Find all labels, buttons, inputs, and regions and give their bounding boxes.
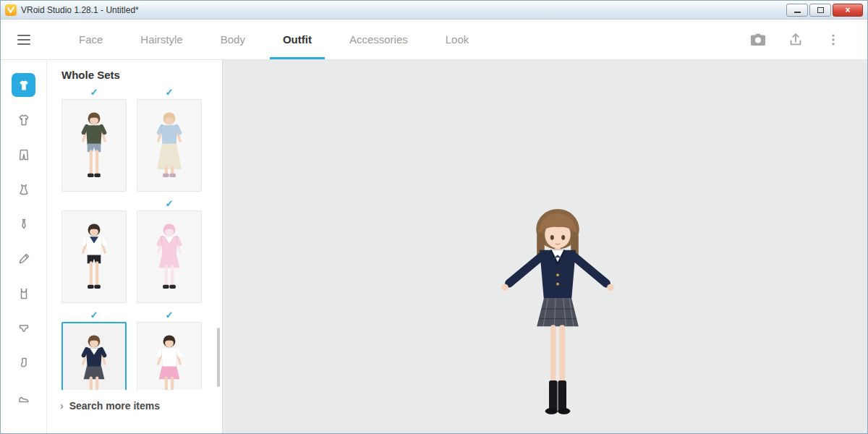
checked-indicator: ✓: [137, 310, 202, 322]
outfit-figure: [142, 105, 197, 186]
window-title: VRoid Studio 1.28.1 - Untitled*: [21, 5, 782, 15]
sidebar-item-texture-paint[interactable]: [12, 247, 35, 271]
outfit-figure: [67, 216, 122, 297]
outfit-item-5[interactable]: [137, 322, 202, 390]
nav-actions: [749, 20, 867, 59]
outfit-figure: [67, 328, 122, 390]
sidebar-item-shoes[interactable]: [12, 386, 35, 409]
camera-icon[interactable]: [749, 30, 767, 49]
item-panel: Whole Sets ✓ ✓: [47, 60, 223, 433]
outfit-item-4[interactable]: [61, 322, 127, 390]
item-list-scroll-area[interactable]: Whole Sets ✓ ✓: [47, 60, 222, 390]
kebab-menu-icon[interactable]: [824, 30, 843, 49]
sidebar-item-bottoms[interactable]: [12, 142, 35, 166]
search-more-items[interactable]: › Search more items: [47, 390, 222, 433]
character-model: [488, 205, 627, 424]
outfit-cell: ✓: [137, 88, 202, 192]
outfit-figure: [142, 216, 197, 297]
tab-outfit[interactable]: Outfit: [264, 20, 331, 59]
search-more-label: Search more items: [69, 400, 160, 412]
sidebar-item-neckwear[interactable]: [12, 212, 35, 236]
minimize-button[interactable]: [786, 4, 808, 17]
app-window: VRoid Studio 1.28.1 - Untitled* × Face H…: [0, 0, 868, 434]
export-icon[interactable]: [786, 30, 805, 49]
panel-title: Whole Sets: [61, 69, 222, 82]
outfit-cell: ✓: [137, 310, 202, 390]
outfit-grid: ✓ ✓: [61, 88, 222, 390]
sidebar-item-whole-sets[interactable]: [12, 73, 35, 97]
checked-indicator: ✓: [61, 88, 127, 99]
tab-body[interactable]: Body: [202, 20, 264, 59]
close-button[interactable]: ×: [833, 4, 863, 17]
top-navbar: Face Hairstyle Body Outfit Accessories L…: [1, 20, 867, 60]
outfit-item-3[interactable]: [137, 210, 202, 303]
outfit-item-2[interactable]: [61, 210, 127, 303]
sidebar-item-innerwear[interactable]: [12, 281, 35, 305]
chevron-right-icon: ›: [60, 400, 64, 412]
tab-hairstyle[interactable]: Hairstyle: [122, 20, 201, 59]
category-sidebar: [1, 60, 47, 433]
outfit-cell: ✓: [137, 199, 202, 303]
window-controls: ×: [786, 4, 863, 17]
checked-indicator: ✓: [137, 199, 202, 210]
unchecked-indicator: [61, 199, 127, 210]
outfit-item-0[interactable]: [61, 99, 127, 192]
tab-bar: Face Hairstyle Body Outfit Accessories L…: [60, 20, 488, 59]
outfit-cell: ✓: [61, 88, 127, 192]
outfit-cell: [61, 199, 127, 303]
tab-face[interactable]: Face: [60, 20, 122, 59]
outfit-figure: [67, 105, 122, 186]
maximize-button[interactable]: [809, 4, 831, 17]
main-content: Whole Sets ✓ ✓: [1, 60, 867, 433]
vroid-logo-icon: [5, 4, 17, 16]
title-bar[interactable]: VRoid Studio 1.28.1 - Untitled* ×: [1, 1, 867, 20]
sidebar-item-socks[interactable]: [12, 351, 35, 375]
outfit-cell: ✓: [61, 310, 127, 390]
outfit-item-1[interactable]: [137, 99, 202, 192]
sidebar-item-one-piece[interactable]: [12, 177, 35, 201]
tab-look[interactable]: Look: [427, 20, 488, 59]
tab-accessories[interactable]: Accessories: [331, 20, 427, 59]
viewport-3d[interactable]: [223, 60, 867, 433]
checked-indicator: ✓: [61, 310, 127, 322]
hamburger-menu-icon[interactable]: [1, 20, 47, 59]
sidebar-item-underwear[interactable]: [12, 316, 35, 340]
checked-indicator: ✓: [137, 88, 202, 99]
panel-scrollbar[interactable]: [217, 328, 220, 387]
outfit-figure: [142, 328, 197, 390]
sidebar-item-tops[interactable]: [12, 108, 35, 132]
